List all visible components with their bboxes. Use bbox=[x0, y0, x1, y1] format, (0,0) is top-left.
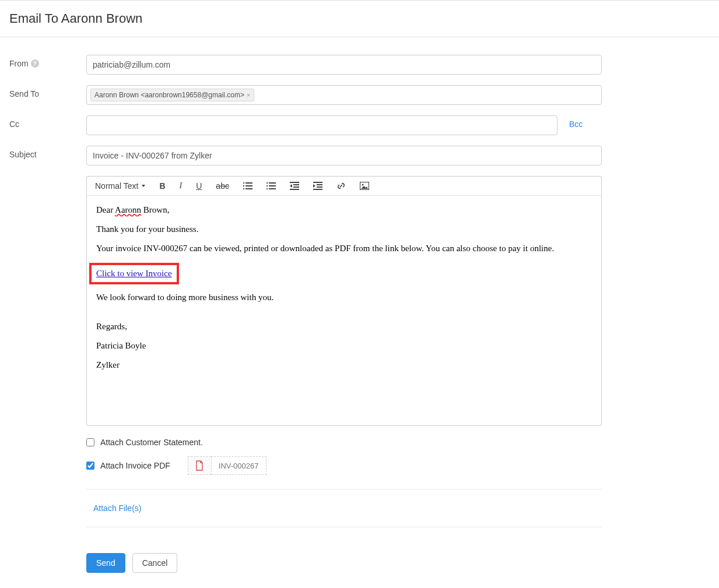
svg-point-9 bbox=[266, 182, 268, 184]
forward-line: We look forward to doing more business w… bbox=[96, 293, 592, 302]
divider bbox=[86, 527, 602, 527]
cc-label: Cc bbox=[9, 115, 86, 129]
indent-icon[interactable] bbox=[313, 182, 322, 190]
editor-body[interactable]: Dear Aaronn Brown, Thank you for your bu… bbox=[86, 196, 602, 426]
sig-regards: Regards, bbox=[96, 322, 592, 332]
svg-rect-8 bbox=[269, 188, 276, 189]
greeting-line: Dear Aaronn Brown, bbox=[96, 205, 592, 215]
sig-name: Patricia Boyle bbox=[96, 341, 592, 351]
editor: Normal Text B I U abc bbox=[86, 176, 602, 426]
svg-point-11 bbox=[266, 188, 268, 189]
send-button[interactable]: Send bbox=[86, 553, 125, 573]
from-label-text: From bbox=[9, 59, 29, 68]
sig-company: Zylker bbox=[96, 360, 592, 370]
format-dropdown[interactable]: Normal Text bbox=[95, 181, 145, 191]
pdf-icon bbox=[188, 456, 211, 475]
ordered-list-icon[interactable] bbox=[243, 182, 252, 190]
invoice-line: Your invoice INV-000267 can be viewed, p… bbox=[96, 244, 592, 253]
svg-point-10 bbox=[266, 185, 268, 186]
attach-statement-checkbox[interactable] bbox=[86, 438, 94, 446]
cancel-button[interactable]: Cancel bbox=[132, 553, 178, 573]
strike-button[interactable]: abc bbox=[216, 181, 229, 191]
cc-row: Cc Bcc bbox=[0, 115, 719, 135]
form-actions: Send Cancel bbox=[86, 541, 719, 588]
page-title: Email To Aaronn Brown bbox=[9, 11, 710, 26]
divider bbox=[86, 489, 602, 490]
attach-invoice-label: Attach Invoice PDF bbox=[100, 461, 170, 470]
from-label: From ? bbox=[9, 55, 86, 68]
attach-invoice-checkbox[interactable] bbox=[86, 462, 94, 470]
svg-rect-13 bbox=[293, 184, 299, 185]
subject-row: Subject bbox=[0, 146, 719, 166]
send-to-input[interactable]: Aaronn Brown <aaronbrown19658@gmail.com>… bbox=[86, 85, 602, 105]
subject-label: Subject bbox=[9, 146, 86, 159]
view-invoice-link[interactable]: Click to view Invoice bbox=[96, 269, 172, 278]
image-icon[interactable] bbox=[360, 182, 369, 190]
recipient-chip[interactable]: Aaronn Brown <aaronbrown19658@gmail.com>… bbox=[90, 89, 254, 101]
thanks-line: Thank you for your business. bbox=[96, 224, 592, 234]
svg-rect-20 bbox=[313, 189, 322, 190]
svg-rect-6 bbox=[269, 182, 276, 184]
recipient-chip-text: Aaronn Brown <aaronbrown19658@gmail.com> bbox=[94, 91, 244, 99]
underline-button[interactable]: U bbox=[196, 181, 202, 191]
editor-toolbar: Normal Text B I U abc bbox=[86, 176, 602, 196]
svg-rect-7 bbox=[269, 185, 276, 186]
attach-statement-row: Attach Customer Statement. bbox=[86, 438, 602, 447]
help-icon[interactable]: ? bbox=[31, 59, 39, 68]
invoice-attachment-chip[interactable]: INV-000267 bbox=[188, 456, 266, 475]
cc-input[interactable] bbox=[86, 115, 557, 135]
svg-rect-15 bbox=[290, 189, 299, 190]
attach-statement-label: Attach Customer Statement. bbox=[100, 438, 203, 447]
bcc-link[interactable]: Bcc bbox=[569, 115, 583, 129]
bold-button[interactable]: B bbox=[159, 181, 165, 191]
svg-marker-16 bbox=[290, 184, 292, 188]
invoice-link-highlight: Click to view Invoice bbox=[89, 263, 179, 284]
italic-button[interactable]: I bbox=[180, 181, 183, 191]
attach-invoice-row: Attach Invoice PDF INV-000267 bbox=[86, 456, 602, 475]
attachments-section: Attach Customer Statement. Attach Invoic… bbox=[86, 426, 602, 527]
attach-files-link[interactable]: Attach File(s) bbox=[86, 504, 602, 513]
svg-rect-4 bbox=[243, 185, 244, 186]
subject-input[interactable] bbox=[86, 146, 602, 166]
outdent-icon[interactable] bbox=[290, 182, 299, 190]
svg-rect-12 bbox=[290, 182, 299, 183]
from-row: From ? bbox=[0, 55, 719, 75]
send-to-row: Send To Aaronn Brown <aaronbrown19658@gm… bbox=[0, 85, 719, 105]
svg-marker-21 bbox=[313, 184, 315, 188]
svg-rect-5 bbox=[243, 188, 244, 189]
unordered-list-icon[interactable] bbox=[266, 182, 276, 190]
close-icon[interactable]: × bbox=[247, 91, 250, 98]
svg-rect-17 bbox=[313, 182, 322, 183]
svg-point-23 bbox=[362, 184, 363, 186]
svg-rect-1 bbox=[245, 185, 252, 186]
svg-rect-3 bbox=[243, 182, 244, 184]
link-icon[interactable] bbox=[336, 181, 346, 191]
svg-rect-14 bbox=[293, 186, 299, 188]
page-header: Email To Aaronn Brown bbox=[0, 1, 719, 37]
svg-rect-19 bbox=[317, 186, 322, 188]
svg-rect-0 bbox=[245, 182, 252, 184]
svg-rect-18 bbox=[317, 184, 322, 185]
invoice-attachment-name: INV-000267 bbox=[211, 456, 266, 475]
from-input[interactable] bbox=[86, 55, 602, 75]
send-to-label: Send To bbox=[9, 85, 86, 98]
svg-marker-24 bbox=[361, 186, 368, 189]
svg-rect-2 bbox=[245, 188, 252, 189]
